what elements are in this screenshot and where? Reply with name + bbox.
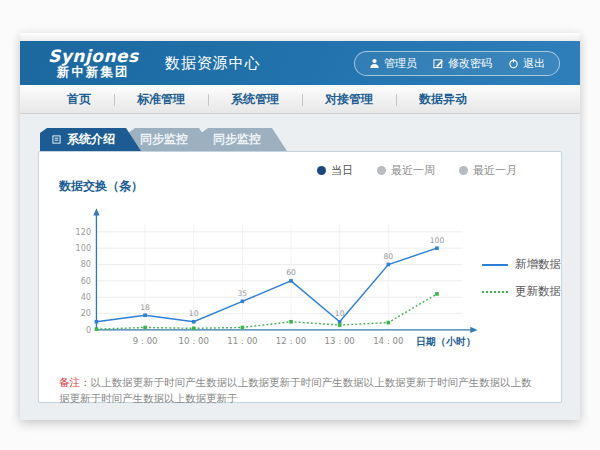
chart-panel: 当日 最近一周 最近一月 数据交换（条） 0204060801001209：00… bbox=[38, 151, 562, 403]
y-axis-title: 数据交换（条） bbox=[59, 178, 561, 195]
user-icon bbox=[369, 58, 380, 69]
svg-text:35: 35 bbox=[238, 289, 248, 298]
tab-label: 同步监控 bbox=[140, 132, 188, 146]
tab-sync-monitor-1[interactable]: 同步监控 bbox=[128, 128, 214, 151]
svg-text:80: 80 bbox=[81, 259, 91, 269]
svg-text:11：00: 11：00 bbox=[227, 336, 257, 346]
footnote-text: 以上数据更新于时间产生数据以上数据更新于时间产生数据以上数据更新于时间产生数据以… bbox=[59, 376, 532, 404]
nav-item-data-change[interactable]: 数据异动 bbox=[396, 85, 490, 114]
svg-text:100: 100 bbox=[430, 236, 445, 245]
dotted-line-swatch bbox=[482, 291, 508, 293]
time-range-filter: 当日 最近一周 最近一月 bbox=[317, 163, 517, 178]
radio-icon bbox=[459, 166, 468, 175]
user-toolbar: 管理员 修改密码 退出 bbox=[354, 51, 560, 76]
svg-text:9：00: 9：00 bbox=[133, 336, 158, 346]
chart-legend: 新增数据 更新数据 bbox=[482, 195, 561, 373]
main-nav: 首页 标准管理 系统管理 对接管理 数据异动 bbox=[20, 85, 580, 114]
radio-label: 当日 bbox=[331, 163, 353, 178]
app-header: Synjones 新中新集团 数据资源中心 管理员 修改密码 退出 bbox=[20, 41, 580, 85]
company-logo: Synjones 新中新集团 bbox=[48, 48, 139, 79]
current-user[interactable]: 管理员 bbox=[369, 56, 417, 71]
svg-text:日期（小时）: 日期（小时） bbox=[416, 336, 475, 347]
document-icon bbox=[52, 133, 61, 147]
svg-text:10: 10 bbox=[189, 309, 199, 318]
tab-sync-monitor-2[interactable]: 同步监控 bbox=[201, 128, 287, 151]
change-password-button[interactable]: 修改密码 bbox=[433, 56, 492, 71]
line-chart: 0204060801001209：0010：0011：0012：0013：001… bbox=[55, 195, 482, 373]
window-top-strip bbox=[20, 33, 580, 41]
legend-item-new-data[interactable]: 新增数据 bbox=[482, 257, 561, 272]
radio-icon bbox=[377, 166, 386, 175]
svg-text:100: 100 bbox=[76, 243, 91, 253]
svg-text:0: 0 bbox=[86, 325, 91, 335]
svg-text:80: 80 bbox=[383, 252, 393, 261]
radio-icon bbox=[317, 166, 326, 175]
logout-label: 退出 bbox=[523, 56, 545, 71]
svg-text:20: 20 bbox=[81, 308, 91, 318]
svg-text:10: 10 bbox=[335, 309, 345, 318]
tab-label: 同步监控 bbox=[213, 132, 261, 146]
page-title: 数据资源中心 bbox=[165, 54, 261, 73]
footnote: 备注：以上数据更新于时间产生数据以上数据更新于时间产生数据以上数据更新于时间产生… bbox=[39, 375, 561, 407]
footnote-label: 备注： bbox=[59, 376, 91, 388]
nav-item-system-mgmt[interactable]: 系统管理 bbox=[208, 85, 302, 114]
tab-label: 系统介绍 bbox=[67, 132, 115, 146]
radio-today[interactable]: 当日 bbox=[317, 163, 353, 178]
svg-text:13：00: 13：00 bbox=[325, 336, 355, 346]
change-password-label: 修改密码 bbox=[448, 56, 492, 71]
svg-text:40: 40 bbox=[81, 292, 91, 302]
svg-text:12：00: 12：00 bbox=[276, 336, 306, 346]
radio-label: 最近一月 bbox=[473, 163, 517, 178]
tab-bar: 系统介绍 同步监控 同步监控 bbox=[40, 128, 562, 151]
tab-system-intro[interactable]: 系统介绍 bbox=[40, 128, 141, 151]
logo-text-cn: 新中新集团 bbox=[48, 65, 139, 78]
radio-last-week[interactable]: 最近一周 bbox=[377, 163, 435, 178]
legend-label: 更新数据 bbox=[515, 284, 561, 299]
legend-label: 新增数据 bbox=[515, 257, 561, 272]
radio-last-month[interactable]: 最近一月 bbox=[459, 163, 517, 178]
svg-text:18: 18 bbox=[140, 303, 150, 312]
content-area: 系统介绍 同步监控 同步监控 当日 最近一周 bbox=[20, 114, 580, 420]
svg-text:60: 60 bbox=[286, 268, 296, 277]
nav-item-home[interactable]: 首页 bbox=[44, 85, 114, 114]
svg-text:10：00: 10：00 bbox=[179, 336, 209, 346]
power-icon bbox=[508, 58, 519, 69]
radio-label: 最近一周 bbox=[391, 163, 435, 178]
logo-text-en: Synjones bbox=[48, 48, 139, 66]
nav-item-standard-mgmt[interactable]: 标准管理 bbox=[114, 85, 208, 114]
app-window: Synjones 新中新集团 数据资源中心 管理员 修改密码 退出 首页 标准管… bbox=[20, 33, 580, 420]
solid-line-swatch bbox=[482, 264, 508, 266]
user-label: 管理员 bbox=[384, 56, 417, 71]
svg-text:60: 60 bbox=[81, 276, 91, 286]
logout-button[interactable]: 退出 bbox=[508, 56, 545, 71]
edit-icon bbox=[433, 58, 444, 69]
chart-area: 数据交换（条） 0204060801001209：0010：0011：0012：… bbox=[39, 152, 561, 373]
svg-text:14：00: 14：00 bbox=[373, 336, 403, 346]
svg-text:120: 120 bbox=[76, 227, 91, 237]
nav-item-integration-mgmt[interactable]: 对接管理 bbox=[302, 85, 396, 114]
legend-item-updated-data[interactable]: 更新数据 bbox=[482, 284, 561, 299]
